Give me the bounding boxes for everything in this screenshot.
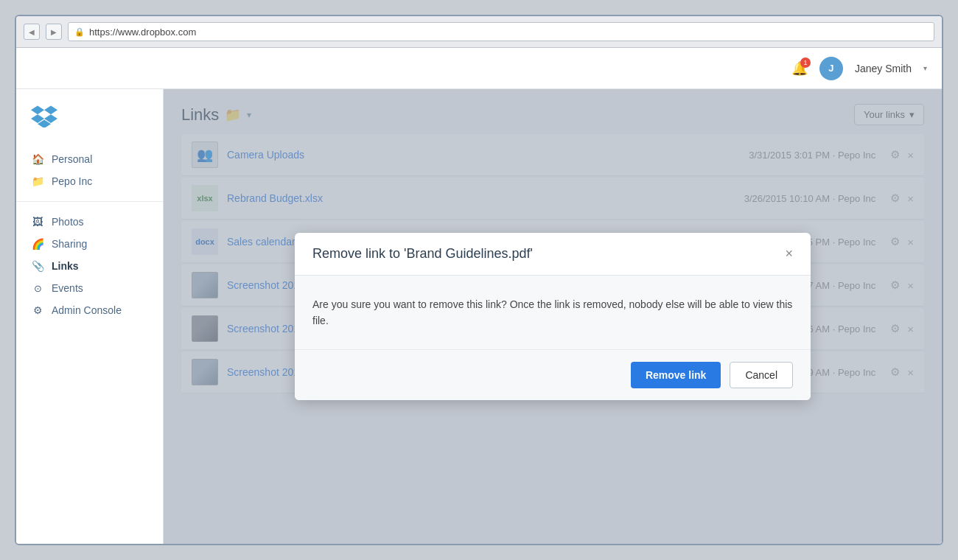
sidebar-logo bbox=[16, 104, 163, 145]
admin-icon: ⚙ bbox=[31, 304, 44, 316]
url-text: https://www.dropbox.com bbox=[89, 27, 196, 38]
sidebar-item-links[interactable]: 📎 Links bbox=[16, 255, 163, 277]
dialog-body: Are you sure you want to remove this lin… bbox=[295, 276, 811, 350]
sidebar-item-label: Sharing bbox=[52, 238, 87, 250]
sidebar-section-secondary: 🖼 Photos 🌈 Sharing 📎 Links ⊙ Events bbox=[16, 208, 163, 324]
address-bar[interactable]: 🔒 https://www.dropbox.com bbox=[68, 22, 934, 41]
sidebar-item-label: Photos bbox=[52, 216, 84, 228]
user-name: Janey Smith bbox=[855, 63, 912, 74]
modal-overlay: Remove link to 'Brand Guidelines.pdf' × … bbox=[164, 89, 942, 544]
briefcase-icon: 📁 bbox=[31, 175, 44, 187]
cancel-button[interactable]: Cancel bbox=[730, 362, 793, 388]
sidebar-item-sharing[interactable]: 🌈 Sharing bbox=[16, 233, 163, 255]
browser-chrome: ◀ ▶ 🔒 https://www.dropbox.com bbox=[16, 16, 942, 48]
sidebar-section-main: 🏠 Personal 📁 Pepo Inc bbox=[16, 145, 163, 195]
top-bar: 🔔 1 J Janey Smith ▾ bbox=[16, 48, 942, 89]
dialog-header: Remove link to 'Brand Guidelines.pdf' × bbox=[295, 233, 811, 276]
sidebar-item-label: Links bbox=[52, 260, 79, 272]
confirm-remove-button[interactable]: Remove link bbox=[631, 362, 721, 388]
dialog-footer: Remove link Cancel bbox=[295, 349, 811, 400]
dialog-body-text: Are you sure you want to remove this lin… bbox=[312, 298, 792, 326]
sidebar-divider bbox=[16, 201, 163, 202]
content-area: Links 📁 ▾ Your links ▾ 👥 Camera Uploads bbox=[164, 89, 942, 544]
sidebar-item-label: Pepo Inc bbox=[52, 175, 92, 187]
home-icon: 🏠 bbox=[31, 153, 44, 165]
sidebar-item-events[interactable]: ⊙ Events bbox=[16, 277, 163, 299]
top-bar-right: 🔔 1 J Janey Smith ▾ bbox=[791, 57, 927, 80]
browser-frame: ◀ ▶ 🔒 https://www.dropbox.com 🔔 1 J Jane… bbox=[15, 15, 943, 545]
app-container: 🔔 1 J Janey Smith ▾ bbox=[16, 48, 942, 544]
sidebar-item-personal[interactable]: 🏠 Personal bbox=[16, 148, 163, 170]
sidebar-item-label: Events bbox=[52, 282, 83, 294]
dialog-title: Remove link to 'Brand Guidelines.pdf' bbox=[312, 246, 533, 262]
sidebar-item-pepo-inc[interactable]: 📁 Pepo Inc bbox=[16, 170, 163, 192]
sharing-icon: 🌈 bbox=[31, 238, 44, 250]
back-button[interactable]: ◀ bbox=[24, 24, 40, 40]
notification-badge: 1 bbox=[800, 57, 811, 68]
main-layout: 🏠 Personal 📁 Pepo Inc 🖼 Photos bbox=[16, 89, 942, 544]
sidebar: 🏠 Personal 📁 Pepo Inc 🖼 Photos bbox=[16, 89, 164, 544]
links-icon: 📎 bbox=[31, 260, 44, 272]
user-menu-chevron[interactable]: ▾ bbox=[923, 64, 927, 72]
events-icon: ⊙ bbox=[31, 283, 44, 294]
sidebar-item-photos[interactable]: 🖼 Photos bbox=[16, 211, 163, 233]
lock-icon: 🔒 bbox=[74, 27, 85, 37]
dropbox-logo-icon bbox=[31, 104, 57, 127]
photos-icon: 🖼 bbox=[31, 216, 44, 228]
notifications-button[interactable]: 🔔 1 bbox=[791, 60, 808, 77]
close-button[interactable]: × bbox=[785, 247, 793, 260]
forward-button[interactable]: ▶ bbox=[46, 24, 62, 40]
avatar: J bbox=[819, 57, 843, 80]
sidebar-item-admin-console[interactable]: ⚙ Admin Console bbox=[16, 299, 163, 321]
sidebar-item-label: Personal bbox=[52, 153, 92, 165]
sidebar-item-label: Admin Console bbox=[52, 304, 122, 316]
remove-link-dialog: Remove link to 'Brand Guidelines.pdf' × … bbox=[295, 233, 811, 401]
